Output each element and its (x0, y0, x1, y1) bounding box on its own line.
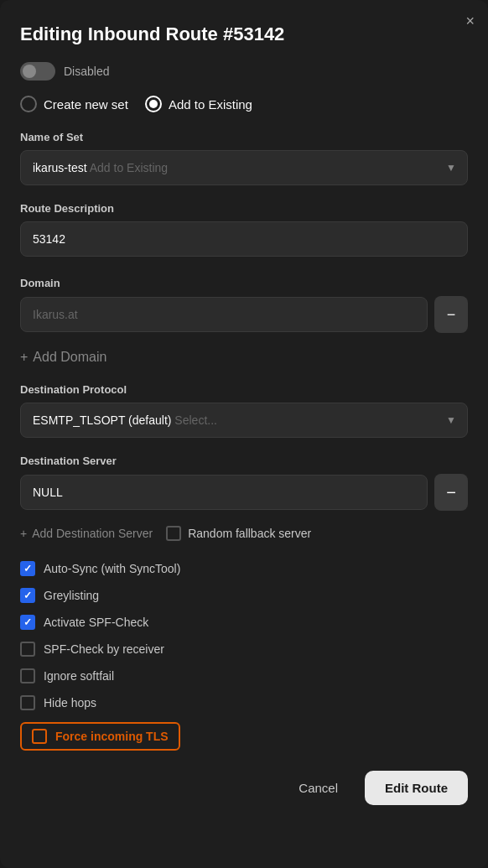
checkbox-activate-spf: Activate SPF-Check (20, 615, 468, 630)
activate-spf-checkbox[interactable] (20, 615, 35, 630)
domain-section: Domain − + Add Domain (20, 277, 468, 365)
remove-server-button[interactable]: − (434, 474, 468, 511)
route-description-section: Route Description (20, 202, 468, 273)
radio-add-to-existing[interactable]: Add to Existing (145, 96, 252, 112)
spf-by-receiver-checkbox[interactable] (20, 642, 35, 657)
radio-group: Create new set Add to Existing (20, 96, 468, 112)
destination-server-input[interactable] (20, 475, 428, 510)
add-destination-server-link[interactable]: + Add Destination Server (20, 527, 153, 540)
ignore-softfail-checkbox[interactable] (20, 668, 35, 683)
checkbox-spf-by-receiver: SPF-Check by receiver (20, 642, 468, 657)
checkbox-greylisting: Greylisting (20, 588, 468, 603)
name-of-set-value: ikarus-test (33, 161, 87, 174)
destination-protocol-section: Destination Protocol ESMTP_TLSOPT (defau… (20, 383, 468, 438)
modal: × Editing Inbound Route #53142 Disabled … (0, 0, 488, 868)
force-tls-checkbox[interactable] (32, 729, 47, 744)
random-fallback-label: Random fallback server (188, 527, 311, 540)
random-fallback-checkbox[interactable] (166, 526, 181, 541)
destination-protocol-value: ESMTP_TLSOPT (default) (33, 413, 171, 427)
domain-input[interactable] (20, 297, 428, 332)
name-of-set-section: Name of Set ikarus-test Add to Existing … (20, 131, 468, 185)
domain-label: Domain (20, 277, 468, 289)
plus-icon-server: + (20, 527, 27, 540)
greylisting-label: Greylisting (44, 589, 99, 602)
destination-protocol-select[interactable]: ESMTP_TLSOPT (default) Select... (20, 403, 468, 438)
force-tls-label: Force incoming TLS (55, 730, 169, 743)
greylisting-checkbox[interactable] (20, 588, 35, 603)
activate-spf-label: Activate SPF-Check (44, 616, 148, 629)
name-of-set-placeholder: Add to Existing (90, 161, 168, 174)
route-description-label: Route Description (20, 202, 468, 215)
ignore-softfail-label: Ignore softfail (44, 669, 114, 683)
radio-circle-create (20, 96, 37, 112)
radio-create-new-set[interactable]: Create new set (20, 96, 128, 112)
random-fallback-option[interactable]: Random fallback server (166, 526, 311, 541)
close-button[interactable]: × (465, 13, 475, 29)
auto-sync-checkbox[interactable] (20, 561, 35, 576)
disabled-toggle[interactable] (20, 62, 55, 81)
remove-domain-button[interactable]: − (434, 296, 468, 333)
footer-row: Cancel Edit Route (20, 771, 468, 805)
hide-hops-label: Hide hops (44, 696, 96, 709)
destination-protocol-wrapper: ESMTP_TLSOPT (default) Select... ▼ (20, 403, 468, 438)
checkbox-ignore-softfail: Ignore softfail (20, 668, 468, 683)
name-of-set-select[interactable]: ikarus-test Add to Existing (20, 150, 468, 185)
modal-title: Editing Inbound Route #53142 (20, 23, 468, 45)
add-server-row: + Add Destination Server Random fallback… (20, 526, 468, 541)
auto-sync-label: Auto-Sync (with SyncTool) (44, 562, 180, 575)
edit-route-button[interactable]: Edit Route (365, 771, 468, 805)
destination-server-row: − (20, 474, 468, 511)
checkboxes-section: Auto-Sync (with SyncTool) Greylisting Ac… (20, 561, 468, 751)
add-domain-label: Add Domain (33, 350, 106, 365)
radio-circle-existing (145, 96, 162, 112)
domain-row: − (20, 296, 468, 333)
name-of-set-select-wrapper: ikarus-test Add to Existing ▼ (20, 150, 468, 185)
add-domain-row[interactable]: + Add Domain (20, 350, 468, 365)
cancel-button[interactable]: Cancel (285, 772, 351, 803)
spf-by-receiver-label: SPF-Check by receiver (44, 642, 164, 656)
name-of-set-label: Name of Set (20, 131, 468, 143)
force-tls-row: Force incoming TLS (20, 722, 180, 751)
checkbox-auto-sync: Auto-Sync (with SyncTool) (20, 561, 468, 576)
radio-label-existing: Add to Existing (169, 97, 252, 112)
plus-icon: + (20, 350, 28, 365)
checkbox-hide-hops: Hide hops (20, 695, 468, 710)
destination-protocol-placeholder: Select... (174, 413, 217, 427)
toggle-label: Disabled (64, 65, 109, 78)
destination-server-section: Destination Server − + Add Destination S… (20, 455, 468, 541)
hide-hops-checkbox[interactable] (20, 695, 35, 710)
toggle-row: Disabled (20, 62, 468, 81)
destination-server-label: Destination Server (20, 455, 468, 467)
add-destination-server-label: Add Destination Server (32, 527, 153, 540)
radio-label-create: Create new set (44, 97, 128, 112)
destination-protocol-label: Destination Protocol (20, 383, 468, 396)
route-description-input[interactable] (20, 221, 468, 257)
